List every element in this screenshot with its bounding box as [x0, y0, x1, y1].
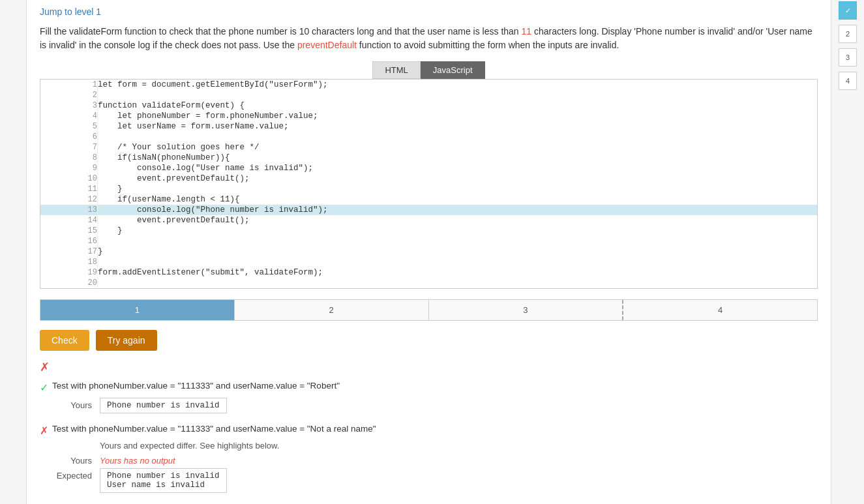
expected-value: Phone number is invalidUser name is inva…	[100, 468, 227, 493]
code-line: 19 form.addEventListener("submit", valid…	[40, 267, 817, 278]
line-content: }	[98, 246, 818, 257]
code-table: 1 let form = document.getElementById("us…	[40, 80, 817, 288]
level-btn-3[interactable]: 3	[839, 48, 857, 67]
yours-value: Yours has no output	[100, 453, 175, 466]
line-content	[98, 278, 818, 288]
line-content: /* Your solution goes here */	[98, 142, 818, 153]
test-title: ✓ Test with phoneNumber.value = "111333"…	[40, 381, 818, 394]
code-line: 3 function validateForm(event) {	[40, 100, 817, 111]
code-line: 16	[40, 236, 817, 246]
differ-note: Yours and expected differ. See highlight…	[100, 441, 818, 451]
tab-bar: HTML JavaScript	[40, 61, 818, 79]
level-btn-4[interactable]: 4	[839, 72, 857, 90]
line-number: 9	[40, 163, 98, 173]
code-line: 12 if(userName.length < 11){	[40, 194, 817, 205]
line-content: if(isNaN(phoneNumber)){	[98, 153, 818, 163]
code-line: 11 }	[40, 184, 817, 194]
test-description: Test with phoneNumber.value = "111333" a…	[52, 381, 340, 391]
line-number: 6	[40, 132, 98, 142]
line-number: 19	[40, 267, 98, 278]
code-line: 10 event.preventDefault();	[40, 173, 817, 184]
step-4[interactable]: 4	[623, 300, 817, 320]
code-line: 15 }	[40, 226, 817, 236]
code-line: 14 event.preventDefault();	[40, 215, 817, 226]
line-number: 1	[40, 80, 98, 90]
line-number: 8	[40, 153, 98, 163]
yours-value: Phone number is invalid	[100, 398, 227, 413]
step-2[interactable]: 2	[235, 300, 429, 320]
test-title: ✗ Test with phoneNumber.value = "111333"…	[40, 424, 818, 437]
code-line: 5 let userName = form.userName.value;	[40, 121, 817, 132]
right-sidebar: ✓234	[831, 0, 864, 504]
line-number: 20	[40, 278, 98, 288]
jump-link[interactable]: Jump to level 1	[40, 7, 101, 17]
code-line: 6	[40, 132, 817, 142]
line-content: }	[98, 226, 818, 236]
line-number: 4	[40, 111, 98, 121]
tab-html[interactable]: HTML	[372, 61, 420, 79]
yours-row: Yours Yours has no output	[40, 453, 818, 466]
pass-icon: ✓	[40, 381, 48, 394]
code-line: 7 /* Your solution goes here */	[40, 142, 817, 153]
line-number: 16	[40, 236, 98, 246]
code-line: 13 console.log("Phone number is invalid"…	[40, 205, 817, 215]
code-line: 17 }	[40, 246, 817, 257]
level-btn-2[interactable]: 2	[839, 25, 857, 43]
line-number: 5	[40, 121, 98, 132]
line-number: 17	[40, 246, 98, 257]
code-editor[interactable]: 1 let form = document.getElementById("us…	[40, 79, 818, 289]
line-content: console.log("User name is invalid");	[98, 163, 818, 173]
tab-javascript[interactable]: JavaScript	[421, 61, 485, 79]
line-content: form.addEventListener("submit", validate…	[98, 267, 818, 278]
line-content: event.preventDefault();	[98, 215, 818, 226]
expected-row: Expected Phone number is invalidUser nam…	[40, 468, 818, 493]
code-line: 2	[40, 90, 817, 100]
yours-row: Yours Phone number is invalid	[40, 398, 818, 413]
try-again-button[interactable]: Try again	[96, 330, 157, 351]
line-content	[98, 90, 818, 100]
line-content: if(userName.length < 11){	[98, 194, 818, 205]
expected-label: Expected	[40, 468, 92, 481]
step-bar: 1234	[40, 299, 818, 321]
test-description: Test with phoneNumber.value = "111333" a…	[52, 424, 376, 434]
left-sidebar	[0, 0, 26, 504]
main-content: Jump to level 1 Fill the validateForm fu…	[26, 0, 831, 504]
results-area: ✗ ✓ Test with phoneNumber.value = "11133…	[40, 360, 818, 504]
overall-status: ✗	[40, 360, 818, 374]
code-line: 18	[40, 257, 817, 267]
code-line: 1 let form = document.getElementById("us…	[40, 80, 817, 90]
code-line: 20	[40, 278, 817, 288]
action-buttons: Check Try again	[40, 330, 818, 351]
line-number: 13	[40, 205, 98, 215]
line-content: event.preventDefault();	[98, 173, 818, 184]
line-content: let userName = form.userName.value;	[98, 121, 818, 132]
line-number: 11	[40, 184, 98, 194]
line-content: let form = document.getElementById("user…	[98, 80, 818, 90]
fail-icon: ✗	[40, 424, 48, 437]
test-block-2: ✗ Test with phoneNumber.value = "111333"…	[40, 424, 818, 493]
yours-label: Yours	[40, 398, 92, 410]
yours-label: Yours	[40, 453, 92, 466]
line-number: 3	[40, 100, 98, 111]
step-3[interactable]: 3	[429, 300, 624, 320]
line-content	[98, 257, 818, 267]
line-content: let phoneNumber = form.phoneNumber.value…	[98, 111, 818, 121]
check-button[interactable]: Check	[40, 330, 89, 351]
line-number: 14	[40, 215, 98, 226]
code-line: 9 console.log("User name is invalid");	[40, 163, 817, 173]
line-number: 15	[40, 226, 98, 236]
description: Fill the validateForm function to check …	[40, 25, 818, 52]
line-number: 18	[40, 257, 98, 267]
fail-icon: ✗	[40, 361, 50, 374]
line-number: 12	[40, 194, 98, 205]
level-btn-1[interactable]: ✓	[839, 1, 857, 20]
line-content: console.log("Phone number is invalid");	[98, 205, 818, 215]
step-1[interactable]: 1	[40, 300, 235, 320]
test-results: ✓ Test with phoneNumber.value = "111333"…	[40, 381, 818, 493]
line-content: }	[98, 184, 818, 194]
line-number: 10	[40, 173, 98, 184]
line-content	[98, 236, 818, 246]
line-number: 7	[40, 142, 98, 153]
test-block-1: ✓ Test with phoneNumber.value = "111333"…	[40, 381, 818, 413]
line-content	[98, 132, 818, 142]
